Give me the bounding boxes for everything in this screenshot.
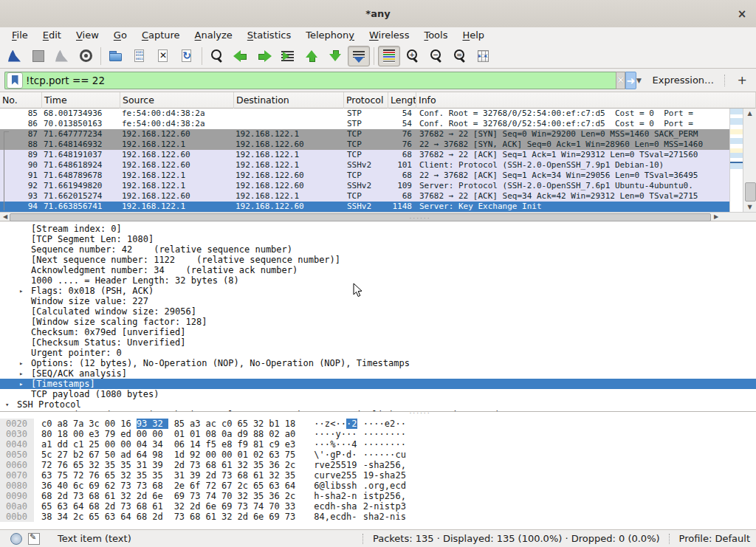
- detail-line[interactable]: [Stream index: 0]: [0, 224, 756, 234]
- hex-row-0080[interactable]: 008036406c69627373682e6f72672c6563646@li…: [0, 481, 756, 491]
- packet-row-87[interactable]: 8771.647777234192.168.122.60192.168.122.…: [0, 129, 729, 140]
- vscroll-thumb[interactable]: [745, 182, 756, 202]
- detail-line[interactable]: [TCP Segment Len: 1080]: [0, 234, 756, 244]
- menu-telephony[interactable]: Telephony: [298, 27, 362, 44]
- find-packet-button[interactable]: [206, 46, 228, 66]
- capture-options-button[interactable]: [75, 46, 97, 66]
- hex-row-0070[interactable]: 0070637572766532353531392d7368613235curv…: [0, 470, 756, 481]
- menu-go[interactable]: Go: [106, 27, 134, 44]
- column-header-time[interactable]: Time: [42, 92, 120, 109]
- capture-comment-icon[interactable]: [28, 533, 40, 545]
- detail-line[interactable]: Checksum: 0x79ed [unverified]: [0, 327, 756, 337]
- menu-capture[interactable]: Capture: [134, 27, 188, 44]
- resize-columns-button[interactable]: [472, 46, 495, 66]
- packet-list-vscrollbar[interactable]: ▲ ▼: [743, 109, 756, 212]
- column-header-protocol[interactable]: Protocol: [344, 92, 388, 109]
- collapsed-icon[interactable]: ▸: [19, 410, 23, 412]
- packet-row-88[interactable]: 8871.648146932192.168.122.1192.168.122.6…: [0, 140, 729, 150]
- column-header-destination[interactable]: Destination: [234, 92, 344, 109]
- menu-edit[interactable]: Edit: [35, 27, 69, 44]
- close-file-button[interactable]: [152, 46, 174, 66]
- zoom-reset-button[interactable]: [449, 46, 471, 66]
- expert-info-icon[interactable]: [10, 533, 22, 545]
- filter-clear-button[interactable]: ✕: [616, 72, 625, 89]
- detail-line[interactable]: [Next sequence number: 1122 (relative se…: [0, 255, 756, 265]
- go-first-button[interactable]: [300, 46, 323, 66]
- column-header-no[interactable]: No.: [0, 92, 42, 109]
- hex-row-00b0[interactable]: 00b038342c656364682d736861322d6e697384,e…: [0, 512, 756, 522]
- detail-line[interactable]: [Checksum Status: Unverified]: [0, 337, 756, 348]
- detail-line[interactable]: ▸SSH Version 2 (encryption:chacha20-poly…: [0, 410, 756, 412]
- expression-button[interactable]: Expression…: [653, 75, 715, 86]
- go-to-packet-button[interactable]: [277, 46, 299, 66]
- scroll-up-icon[interactable]: ▲: [743, 109, 756, 118]
- detail-line[interactable]: TCP payload (1080 bytes): [0, 389, 756, 399]
- go-last-button[interactable]: [324, 46, 346, 66]
- close-icon[interactable]: ×: [734, 6, 750, 22]
- display-filter-input[interactable]: !tcp.port == 22: [4, 72, 616, 89]
- packet-row-91[interactable]: 9171.648789678192.168.122.1192.168.122.6…: [0, 171, 729, 181]
- menu-wireless[interactable]: Wireless: [362, 27, 416, 44]
- title-bar[interactable]: *any ×: [0, 0, 756, 28]
- hex-row-0040[interactable]: 0040a1ddc125000004340614f5e8f981c9e3···%…: [0, 439, 756, 450]
- save-file-button[interactable]: [128, 46, 151, 66]
- detail-line[interactable]: ▾SSH Protocol: [0, 399, 756, 410]
- scroll-left-icon[interactable]: ◀: [1, 213, 10, 221]
- scroll-down-icon[interactable]: ▼: [743, 202, 756, 212]
- collapsed-icon[interactable]: ▸: [19, 286, 23, 296]
- hex-row-0050[interactable]: 00505c27b26750ad64981d92000001026375\'·g…: [0, 450, 756, 460]
- scroll-right-icon[interactable]: ▶: [712, 213, 721, 221]
- detail-line[interactable]: [Window size scaling factor: 128]: [0, 317, 756, 327]
- packet-minimap[interactable]: [729, 109, 743, 212]
- hex-row-0030[interactable]: 0030801800e379ed00000101080ad98802a0····…: [0, 429, 756, 439]
- menu-view[interactable]: View: [69, 27, 106, 44]
- hex-row-00a0[interactable]: 00a0656364682d736861322d6e6973747033ecdh…: [0, 501, 756, 512]
- packet-list-hscrollbar[interactable]: ◀ ▶: [0, 212, 756, 221]
- menu-help[interactable]: Help: [455, 27, 492, 44]
- packet-row-90[interactable]: 9071.648618924192.168.122.60192.168.122.…: [0, 160, 729, 171]
- hscroll-thumb[interactable]: [10, 213, 711, 221]
- detail-line[interactable]: ▸Options: (12 bytes), No-Operation (NOP)…: [0, 358, 756, 368]
- filter-history-dropdown-icon[interactable]: ▼: [636, 72, 642, 89]
- detail-line[interactable]: Acknowledgment number: 34 (relative ack …: [0, 265, 756, 275]
- go-forward-button[interactable]: [253, 46, 275, 66]
- detail-line[interactable]: [Calculated window size: 29056]: [0, 306, 756, 317]
- expanded-icon[interactable]: ▾: [5, 399, 9, 410]
- column-header-source[interactable]: Source: [120, 92, 234, 109]
- stop-capture-button[interactable]: [27, 46, 49, 66]
- status-profile[interactable]: Profile: Default: [679, 533, 750, 544]
- packet-row-89[interactable]: 8971.648191037192.168.122.60192.168.122.…: [0, 150, 729, 160]
- open-file-button[interactable]: [105, 46, 127, 66]
- restart-capture-button[interactable]: [51, 46, 73, 66]
- zoom-out-button[interactable]: [425, 46, 447, 66]
- menu-analyze[interactable]: Analyze: [188, 27, 240, 44]
- filter-apply-button[interactable]: ➜: [625, 72, 636, 89]
- colorize-button[interactable]: [378, 46, 400, 66]
- packet-row-86[interactable]: 8670.013850163fe:54:00:d4:38:2aSTP54Conf…: [0, 119, 729, 129]
- collapsed-icon[interactable]: ▸: [19, 368, 23, 379]
- collapsed-icon[interactable]: ▸: [19, 358, 23, 368]
- add-filter-button[interactable]: +: [733, 73, 752, 87]
- auto-scroll-button[interactable]: [348, 46, 370, 66]
- menu-statistics[interactable]: Statistics: [240, 27, 298, 44]
- reload-file-button[interactable]: [176, 46, 198, 66]
- pane-splitter-1[interactable]: ······: [408, 218, 433, 221]
- detail-line[interactable]: 1000 .... = Header Length: 32 bytes (8): [0, 275, 756, 286]
- go-back-button[interactable]: [230, 46, 252, 66]
- menu-tools[interactable]: Tools: [416, 27, 455, 44]
- detail-line[interactable]: Urgent pointer: 0: [0, 348, 756, 358]
- filter-bookmark-icon[interactable]: [7, 72, 23, 89]
- start-capture-button[interactable]: [4, 46, 26, 66]
- detail-line[interactable]: ▸[SEQ/ACK analysis]: [0, 368, 756, 379]
- packet-row-93[interactable]: 9371.662015274192.168.122.60192.168.122.…: [0, 191, 729, 202]
- detail-line[interactable]: Window size value: 227: [0, 296, 756, 306]
- detail-line[interactable]: ▸Flags: 0x018 (PSH, ACK): [0, 286, 756, 296]
- detail-line[interactable]: Sequence number: 42 (relative sequence n…: [0, 244, 756, 255]
- hex-row-0020[interactable]: 0020c0a87a3c0016933285a3acc06532b118··z<…: [0, 419, 756, 429]
- packet-row-92[interactable]: 9271.661949820192.168.122.1192.168.122.6…: [0, 181, 729, 191]
- column-header-info[interactable]: Info: [416, 92, 756, 109]
- zoom-in-button[interactable]: [402, 46, 424, 66]
- hex-row-0090[interactable]: 0090682d736861322d6e697374703235362ch-sh…: [0, 491, 756, 501]
- detail-line[interactable]: ▸[Timestamps]: [0, 379, 756, 389]
- collapsed-icon[interactable]: ▸: [19, 379, 23, 389]
